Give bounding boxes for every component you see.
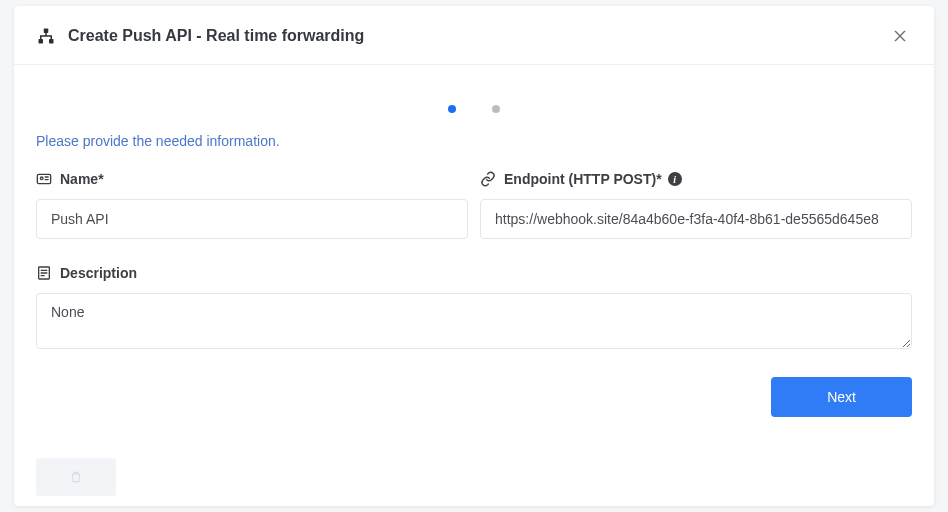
modal-header: Create Push API - Real time forwarding	[14, 6, 934, 65]
svg-rect-0	[44, 29, 49, 34]
description-input[interactable]	[36, 293, 912, 349]
endpoint-label: Endpoint (HTTP POST)* i	[480, 171, 912, 187]
id-card-icon	[36, 171, 52, 187]
name-input[interactable]	[36, 199, 468, 239]
endpoint-field-group: Endpoint (HTTP POST)* i	[480, 171, 912, 239]
svg-rect-2	[49, 39, 54, 44]
step-dot-1[interactable]	[448, 105, 456, 113]
name-label: Name*	[36, 171, 468, 187]
step-dot-2[interactable]	[492, 105, 500, 113]
svg-rect-1	[39, 39, 44, 44]
modal-title: Create Push API - Real time forwarding	[68, 27, 364, 45]
description-field-group: Description	[36, 265, 912, 353]
document-icon	[36, 265, 52, 281]
endpoint-input[interactable]	[480, 199, 912, 239]
description-label-text: Description	[60, 265, 137, 281]
form-row-top: Name* Endpoint (HTTP POST)* i	[36, 171, 912, 239]
endpoint-label-text: Endpoint (HTTP POST)*	[504, 171, 662, 187]
wizard-stepper	[36, 65, 912, 133]
svg-rect-3	[37, 174, 50, 183]
svg-point-4	[40, 177, 43, 180]
description-label: Description	[36, 265, 912, 281]
footer-row: Next	[36, 377, 912, 417]
create-push-api-modal: Create Push API - Real time forwarding P…	[14, 6, 934, 506]
info-icon[interactable]: i	[668, 172, 682, 186]
instruction-text: Please provide the needed information.	[36, 133, 912, 149]
name-label-text: Name*	[60, 171, 104, 187]
hierarchy-icon	[36, 26, 56, 46]
trash-button[interactable]	[36, 458, 116, 496]
link-icon	[480, 171, 496, 187]
next-button[interactable]: Next	[771, 377, 912, 417]
modal-body: Please provide the needed information. N…	[14, 65, 934, 506]
name-field-group: Name*	[36, 171, 468, 239]
close-button[interactable]	[888, 24, 912, 48]
